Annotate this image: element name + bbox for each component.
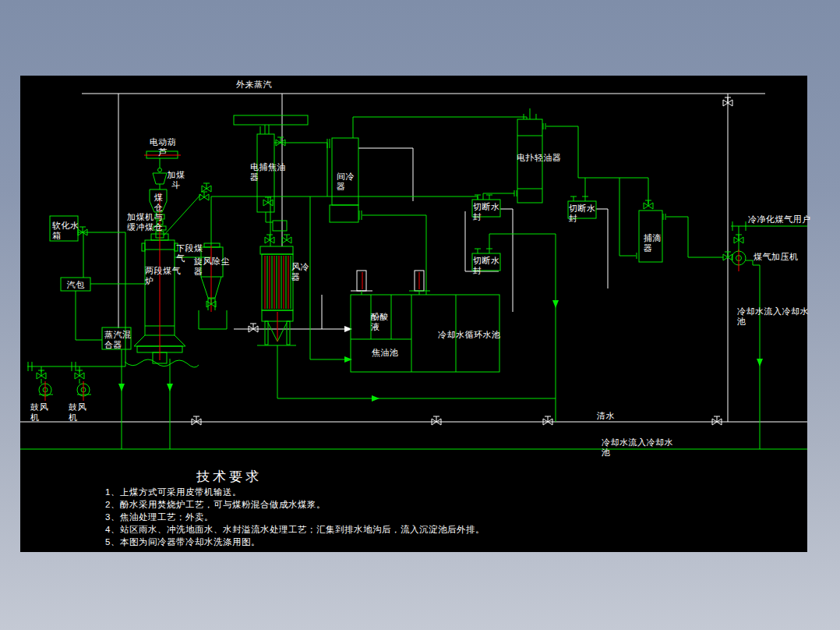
tar-pool-label: 焦油池 xyxy=(372,348,403,358)
air-cooler xyxy=(257,246,296,398)
cutoff-seal-c-label: 切断水封 xyxy=(569,204,598,224)
pump-centerlines xyxy=(362,272,419,289)
cooling-into-pool-bottom-label: 冷却水流入冷却水池 xyxy=(602,437,676,458)
coal-feeder-label: 加煤机与缓冲煤仓 xyxy=(127,212,166,232)
air-cooler-label: 风冷器 xyxy=(291,262,311,282)
valve xyxy=(199,192,209,200)
blower-1-label: 鼓风机 xyxy=(30,402,51,423)
valve xyxy=(712,416,722,425)
valve xyxy=(249,324,258,332)
clean-water-label: 清水 xyxy=(597,411,617,421)
tar-esp-label: 电捕焦油器 xyxy=(250,162,288,182)
cyclone-label: 旋风除尘器 xyxy=(194,257,231,277)
flow-arrow xyxy=(118,384,125,391)
steam-drum-label: 汽包 xyxy=(62,280,89,290)
valve xyxy=(644,200,653,209)
cooling-pool-label: 冷却水循环水池 xyxy=(438,330,502,340)
coal-bunker-label: 煤仓 xyxy=(154,193,164,213)
valve xyxy=(202,183,211,192)
notes-title: 技术要求 xyxy=(196,468,262,486)
coal-hopper-label: 加煤斗 xyxy=(166,170,186,190)
blower-2-label: 鼓风机 xyxy=(69,402,89,423)
left-utilities xyxy=(20,216,807,449)
gas-compressor-label: 煤气加压机 xyxy=(754,252,802,262)
phenol-liquid-label: 酚酸液 xyxy=(371,312,391,332)
upper-gas-offtake xyxy=(164,194,201,235)
hoist-label: 电动葫芦 xyxy=(148,137,178,158)
cutoff-seal-a-label: 切断水封 xyxy=(473,202,503,222)
valve xyxy=(37,370,46,379)
valve xyxy=(543,416,552,425)
cutoff-seal-b-label: 切断水封 xyxy=(473,256,503,276)
external-steam-label: 外来蒸汽 xyxy=(236,80,277,90)
light-oil-precipitator xyxy=(483,108,648,204)
valve xyxy=(75,370,84,379)
gas-users-label: 冷净化煤气用户 xyxy=(748,214,812,225)
valve xyxy=(265,235,274,243)
furnace-label: 两段煤气炉 xyxy=(145,266,184,286)
note-line-2: 2、酚水采用焚烧炉工艺，可与煤粉混合做成水煤浆。 xyxy=(105,499,326,511)
steam-mixer-label: 蒸汽混合器 xyxy=(104,330,134,350)
flow-arrow xyxy=(552,300,559,308)
valve xyxy=(192,416,201,425)
drip-catcher-label: 捕滴器 xyxy=(644,233,663,253)
valve xyxy=(282,235,291,243)
note-line-4: 4、站区雨水、冲洗地面水、水封溢流水处理工艺；汇集到排水地沟后，流入沉淀池后外排… xyxy=(105,524,485,536)
flow-arrow xyxy=(372,395,379,402)
screenshot-root: { "colors":{"pipe_green":"#00e800","line… xyxy=(0,0,840,630)
note-line-1: 1、上煤方式可采用皮带机输送。 xyxy=(105,487,242,498)
valve xyxy=(432,416,441,425)
valve xyxy=(276,137,285,146)
soft-water-tank-label: 软化水箱 xyxy=(52,221,82,241)
valve xyxy=(263,197,273,206)
light-oil-esp-label: 电扑轻油器 xyxy=(517,153,563,163)
note-line-3: 3、焦油处理工艺；外卖。 xyxy=(105,511,214,523)
note-line-5: 5、本图为间冷器带冷却水洗涤用图。 xyxy=(105,536,260,548)
intercooler-label: 间冷器 xyxy=(337,172,356,192)
cooling-into-pool-right-label: 冷却水流入冷却水池 xyxy=(737,306,812,327)
flow-arrow xyxy=(167,384,173,391)
flow-arrow xyxy=(757,359,763,366)
